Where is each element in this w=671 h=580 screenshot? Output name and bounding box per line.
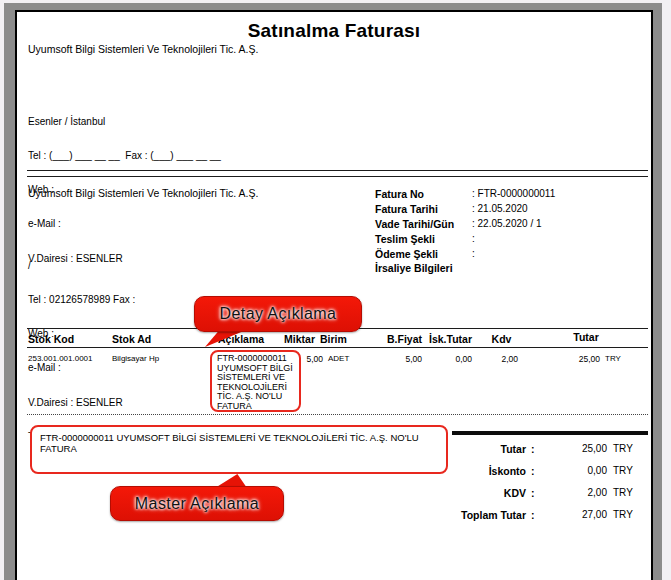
vat-label: KDV (387, 487, 526, 499)
item-total: 25,00 (550, 354, 600, 364)
grand-total-value: 27,00 (555, 509, 607, 520)
customer-email: e-Mail : (28, 362, 135, 373)
column-header-stok-kod: Stok Kod (28, 333, 74, 345)
payment-method-value: : (472, 248, 475, 259)
master-description-callout: Master Açıklama (110, 486, 284, 521)
detail-description-highlight-box: FTR-0000000011 UYUMSOFT BİLGİ SİSTEMLERİ… (210, 350, 301, 412)
item-stok-kod: 253.001.001.0001 (28, 354, 93, 363)
vat-currency: TRY (613, 487, 633, 498)
grand-total-currency: TRY (613, 509, 633, 520)
invoice-no-value: : FTR-0000000011 (472, 188, 555, 199)
table-header-underline (27, 347, 648, 348)
vertical-scrollbar[interactable] (662, 0, 671, 580)
delivery-method-value: : (472, 233, 475, 244)
row-separator-dotted-line (27, 414, 648, 415)
invoice-no-label: Fatura No (375, 188, 424, 200)
seller-company-name: Uyumsoft Bilgi Sistemleri Ve Teknolojile… (28, 43, 258, 55)
discount-colon: : (531, 465, 535, 477)
item-description: FTR-0000000011 UYUMSOFT BİLGİ SİSTEMLERİ… (217, 354, 297, 412)
item-discount: 0,00 (422, 354, 472, 364)
detail-callout-text: Detay Açıklama (220, 305, 337, 323)
vat-value: 2,00 (555, 487, 607, 498)
column-header-isk-tutar: İsk.Tutar (410, 333, 472, 345)
master-description-highlight-box: FTR-0000000011 UYUMSOFT BİLGİ SİSTEMLERİ… (30, 425, 448, 474)
column-header-miktar: Miktar (272, 333, 315, 345)
customer-tel-fax: Tel : 02126578989 Fax : (28, 294, 135, 305)
customer-tax-office: V.Dairesi : ESENLER (28, 397, 135, 408)
grand-total-colon: : (531, 509, 535, 521)
discount-currency: TRY (613, 465, 633, 476)
waybill-info-label: İrsaliye Bilgileri (375, 262, 453, 274)
discount-value: 0,00 (555, 465, 607, 476)
page-title: Satınalma Faturası (17, 20, 651, 42)
item-currency: TRY (605, 354, 621, 363)
column-header-kdv: Kdv (479, 333, 524, 345)
master-description: FTR-0000000011 UYUMSOFT BİLGİ SİSTEMLERİ… (40, 432, 440, 454)
column-header-stok-ad: Stok Ad (112, 333, 151, 345)
divider-line-top-2 (27, 176, 648, 177)
vat-colon: : (531, 487, 535, 499)
divider-line-top-1 (27, 170, 648, 171)
due-date-label: Vade Tarihi/Gün (375, 218, 454, 230)
grand-total-label: Toplam Tutar (387, 509, 526, 521)
totals-separator-line (452, 431, 648, 435)
invoice-page: Satınalma Faturası Uyumsoft Bilgi Sistem… (15, 10, 653, 580)
invoice-date-value: : 21.05.2020 (472, 203, 528, 214)
column-header-birim: Birim (320, 333, 347, 345)
total-amount-currency: TRY (613, 443, 633, 454)
column-header-tutar: Tutar (560, 331, 612, 343)
seller-email: e-Mail : (28, 218, 221, 229)
customer-address-slash: / (28, 260, 135, 271)
total-amount-colon: : (531, 443, 535, 455)
item-unit-price: 5,00 (372, 354, 422, 364)
invoice-date-label: Fatura Tarihi (375, 203, 438, 215)
item-stok-ad: Bilgisayar Hp (112, 354, 159, 363)
item-vat: 2,00 (472, 354, 518, 364)
detail-description-callout: Detay Açıklama (194, 296, 362, 332)
due-date-value: : 22.05.2020 / 1 (472, 218, 542, 229)
delivery-method-label: Teslim Şekli (375, 233, 435, 245)
seller-city: Esenler / İstanbul (28, 116, 221, 127)
item-unit: ADET (328, 354, 349, 363)
seller-tel-fax: Tel : (___) ___ __ __ Fax : (___) ___ __… (28, 150, 221, 161)
total-amount-value: 25,00 (555, 443, 607, 454)
payment-method-label: Ödeme Şekli (375, 248, 438, 260)
master-callout-text: Master Açıklama (135, 495, 259, 513)
customer-company-name: Uyumsoft Bilgi Sistemleri Ve Teknolojile… (28, 187, 258, 199)
